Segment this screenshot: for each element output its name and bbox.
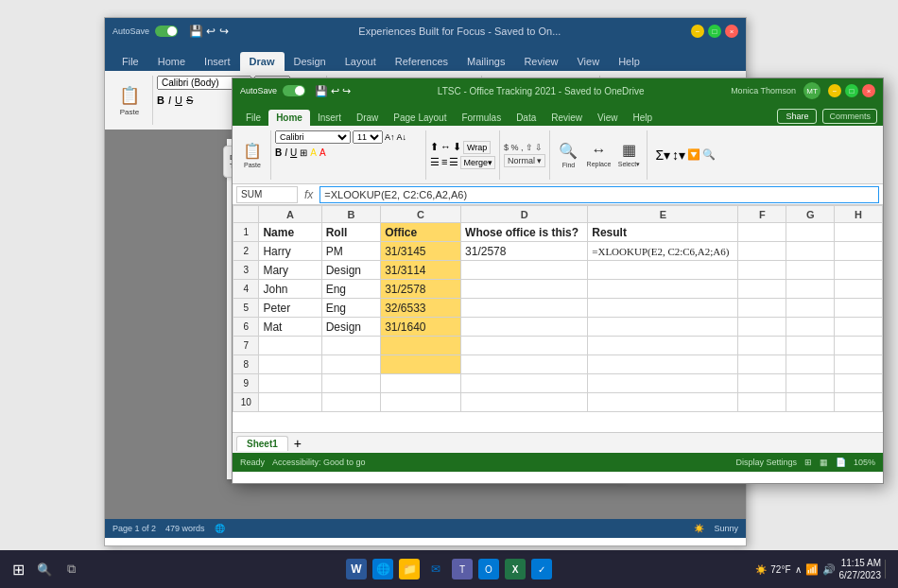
taskbar-todo-icon[interactable]: ✓ (531, 559, 552, 579)
cell-g4[interactable] (786, 280, 835, 299)
sort-btn[interactable]: ↕▾ (672, 147, 685, 163)
excel-autosave-toggle[interactable] (283, 85, 305, 96)
excel-window[interactable]: AutoSave 💾 ↩ ↪ LTSC - Office Tracking 20… (232, 78, 884, 484)
excel-tab-view[interactable]: View (590, 110, 626, 126)
excel-color-btn[interactable]: A (319, 147, 326, 158)
excel-fontsize-select[interactable]: 11 (353, 130, 383, 144)
cell-b6[interactable]: Design (321, 318, 380, 337)
excel-display-settings[interactable]: Display Settings (735, 458, 797, 467)
word-tab-home[interactable]: Home (148, 52, 195, 71)
excel-view-normal-btn[interactable]: ⊞ (804, 458, 812, 467)
cell-f1[interactable] (738, 223, 786, 242)
row-header-2[interactable]: 2 (233, 242, 259, 261)
col-header-h[interactable]: H (835, 206, 883, 223)
cell-b4[interactable]: Eng (321, 280, 380, 299)
word-close-btn[interactable]: × (725, 25, 738, 38)
underline-btn[interactable]: U (175, 95, 182, 106)
excel-font-select[interactable]: Calibri (275, 130, 351, 144)
excel-maximize-btn[interactable]: □ (845, 84, 858, 97)
word-tab-draw[interactable]: Draw (240, 52, 285, 71)
cell-c6[interactable]: 31/1640 (381, 318, 461, 337)
cell-f5[interactable] (738, 299, 786, 318)
word-tab-insert[interactable]: Insert (195, 52, 240, 71)
cell-b2[interactable]: PM (321, 242, 380, 261)
excel-tab-review[interactable]: Review (544, 110, 590, 126)
search-taskbar-btn[interactable]: 🔍 (34, 559, 55, 579)
cell-g2[interactable] (786, 242, 835, 261)
excel-tab-formulas[interactable]: Formulas (454, 110, 509, 126)
row-header-3[interactable]: 3 (233, 261, 259, 280)
cell-f4[interactable] (738, 280, 786, 299)
cell-a3[interactable]: Mary (259, 261, 321, 280)
excel-tab-pagelayout[interactable]: Page Layout (386, 110, 454, 126)
taskbar-word-icon[interactable]: W (346, 559, 367, 579)
excel-tab-help[interactable]: Help (626, 110, 661, 126)
col-header-f[interactable]: F (738, 206, 786, 223)
excel-view-layout-btn[interactable]: ▦ (820, 458, 828, 467)
excel-grow-btn[interactable]: A↑ (385, 132, 395, 142)
cell-g6[interactable] (786, 318, 835, 337)
taskbar-chevron[interactable]: ∧ (795, 564, 802, 575)
excel-tab-insert[interactable]: Insert (310, 110, 349, 126)
align-top-btn[interactable]: ⬆ (430, 141, 439, 154)
cell-f2[interactable] (738, 242, 786, 261)
row-header-5[interactable]: 5 (233, 299, 259, 318)
cell-e2[interactable]: =XLOOKUP(E2, C2:C6,A2;A6) (588, 242, 738, 261)
cell-h1[interactable] (835, 223, 883, 242)
excel-italic-btn[interactable]: I (285, 147, 287, 158)
autosave-toggle[interactable] (155, 26, 178, 37)
cell-f6[interactable] (738, 318, 786, 337)
taskbar-outlook-icon[interactable]: O (478, 559, 499, 579)
search-btn[interactable]: 🔍 (702, 148, 716, 161)
cell-b5[interactable]: Eng (321, 299, 380, 318)
col-header-a[interactable]: A (259, 206, 321, 223)
word-paste-btn[interactable]: 📋 Paste (112, 78, 147, 122)
cell-b3[interactable]: Design (321, 261, 380, 280)
word-tab-design[interactable]: Design (285, 52, 336, 71)
cell-e1[interactable]: Result (588, 223, 738, 242)
sheet-tab-sheet1[interactable]: Sheet1 (236, 436, 288, 451)
align-center-btn[interactable]: ≡ (441, 156, 447, 169)
cell-g1[interactable] (786, 223, 835, 242)
start-button[interactable]: ⊞ (8, 559, 28, 579)
italic-btn[interactable]: I (168, 95, 171, 106)
word-minimize-btn[interactable]: − (691, 25, 704, 38)
align-middle-btn[interactable]: ↔ (440, 141, 451, 154)
excel-replace-btn[interactable]: ↔️ Replace (584, 134, 613, 176)
row-header-6[interactable]: 6 (233, 318, 259, 337)
taskview-btn[interactable]: ⧉ (60, 559, 81, 579)
word-tab-view[interactable]: View (567, 52, 609, 71)
cell-c3[interactable]: 31/3114 (381, 261, 461, 280)
cell-d6[interactable] (461, 318, 588, 337)
excel-find-btn[interactable]: 🔍 Find (554, 134, 582, 176)
merge-center-btn[interactable]: Merge▾ (460, 156, 495, 169)
excel-tab-data[interactable]: Data (509, 110, 544, 126)
show-desktop-btn[interactable] (885, 560, 890, 579)
cell-c2[interactable]: 31/3145 (381, 242, 461, 261)
excel-view-page-btn[interactable]: 📄 (836, 458, 846, 467)
cell-d3[interactable] (461, 261, 588, 280)
excel-border-btn[interactable]: ⊞ (300, 147, 307, 158)
col-header-b[interactable]: B (321, 206, 380, 223)
col-header-c[interactable]: C (381, 206, 461, 223)
cell-g3[interactable] (786, 261, 835, 280)
taskbar-excel-icon[interactable]: X (505, 559, 526, 579)
cell-c5[interactable]: 32/6533 (381, 299, 461, 318)
cell-a2[interactable]: Harry (259, 242, 321, 261)
bold-btn[interactable]: B (157, 95, 164, 106)
excel-paste-btn[interactable]: 📋 Paste (238, 134, 267, 176)
word-tab-file[interactable]: File (112, 52, 148, 71)
cell-c4[interactable]: 31/2578 (381, 280, 461, 299)
col-header-d[interactable]: D (461, 206, 588, 223)
taskbar-teams-icon[interactable]: T (452, 559, 473, 579)
cell-e6[interactable] (588, 318, 738, 337)
network-icon[interactable]: 📶 (805, 563, 819, 576)
number-format-dropdown[interactable]: Normal ▾ (504, 154, 546, 167)
col-header-g[interactable]: G (786, 206, 835, 223)
word-maximize-btn[interactable]: □ (708, 25, 721, 38)
cell-h6[interactable] (835, 318, 883, 337)
cell-a4[interactable]: John (259, 280, 321, 299)
excel-fill-btn[interactable]: A (310, 147, 317, 158)
excel-underline-btn[interactable]: U (290, 147, 297, 158)
excel-tab-file[interactable]: File (238, 110, 268, 126)
